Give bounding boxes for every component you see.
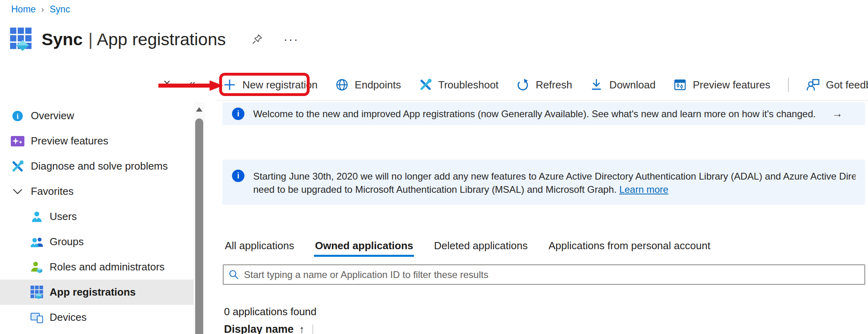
column-divider: [312, 324, 313, 334]
troubleshoot-label: Troubleshoot: [438, 79, 499, 91]
refresh-icon: [516, 78, 530, 91]
sidebar-item-label: Preview features: [31, 135, 108, 147]
preview-features-button[interactable]: Preview features: [673, 78, 770, 91]
new-registration-button[interactable]: New registration: [223, 79, 318, 91]
devices-icon: [30, 311, 43, 324]
info-icon: i: [232, 170, 244, 182]
search-input[interactable]: [244, 269, 860, 280]
got-feedback-button[interactable]: Got feedback?: [806, 78, 868, 92]
tab-deleted-applications[interactable]: Deleted applications: [433, 234, 528, 257]
sidebar-item-label: Favorites: [31, 185, 74, 198]
scroll-up-icon[interactable]: [196, 107, 202, 112]
sidebar-item-devices[interactable]: Devices: [0, 305, 194, 330]
download-label: Download: [609, 79, 656, 91]
sidebar-item-overview[interactable]: i Overview: [0, 103, 194, 128]
breadcrumb-home-link[interactable]: Home: [11, 4, 36, 15]
sidebar: i Overview Preview features Diagnose and…: [0, 103, 194, 330]
learn-more-link[interactable]: Learn more: [619, 184, 668, 195]
page-title-section: App registrations: [97, 30, 226, 49]
breadcrumb-separator-icon: ›: [41, 5, 44, 14]
adal-banner-line1: Starting June 30th, 2020 we will no long…: [253, 171, 856, 182]
page-title-separator: |: [88, 30, 93, 49]
endpoints-button[interactable]: Endpoints: [335, 78, 401, 91]
preview-features-icon: [673, 78, 687, 91]
tab-owned-applications[interactable]: Owned applications: [314, 234, 414, 257]
filter-search-box: [223, 264, 865, 285]
sort-ascending-icon: ↑: [299, 323, 304, 334]
applications-tabs: All applications Owned applications Dele…: [224, 234, 711, 257]
toolbar-rule: [216, 100, 868, 100]
refresh-button[interactable]: Refresh: [516, 78, 572, 91]
svg-text:i: i: [16, 112, 18, 120]
sidebar-item-app-registrations[interactable]: App registrations: [0, 280, 194, 305]
adal-banner-line2: need to be upgraded to Microsoft Authent…: [253, 184, 616, 195]
breadcrumb: Home › Sync: [11, 4, 70, 15]
download-button[interactable]: Download: [590, 78, 656, 91]
arrow-right-icon[interactable]: →: [832, 108, 842, 120]
welcome-banner: i Welcome to the new and improved App re…: [222, 102, 865, 125]
sidebar-item-label: Overview: [31, 110, 74, 122]
sparkles-icon: [11, 136, 24, 147]
page-header: Sync|App registrations ···: [10, 27, 299, 51]
sidebar-item-label: Devices: [50, 311, 86, 324]
page-title: Sync|App registrations: [42, 27, 226, 51]
sidebar-item-groups[interactable]: Groups: [0, 229, 194, 254]
plus-icon: [223, 79, 236, 91]
welcome-banner-text: Welcome to the new and improved App regi…: [253, 108, 816, 120]
user-icon: [30, 211, 43, 223]
chevron-down-icon: [11, 186, 24, 197]
command-bar: New registration Endpoints Troubleshoot …: [223, 74, 868, 96]
page-title-directory: Sync: [42, 30, 83, 49]
sidebar-item-roles-administrators[interactable]: Roles and administrators: [0, 254, 194, 280]
new-registration-label: New registration: [242, 79, 318, 91]
sidebar-item-label: Roles and administrators: [50, 261, 165, 273]
scrollbar-thumb[interactable]: [195, 118, 203, 334]
display-name-label: Display name: [224, 323, 294, 334]
tools-icon: [11, 160, 24, 173]
sidebar-item-users[interactable]: Users: [0, 204, 194, 229]
info-circle-icon: i: [11, 110, 24, 122]
got-feedback-label: Got feedback?: [826, 79, 868, 91]
tools-icon: [419, 78, 432, 91]
sidebar-item-preview-features[interactable]: Preview features: [0, 128, 194, 154]
app-registrations-icon: [30, 286, 43, 299]
sidebar-item-diagnose[interactable]: Diagnose and solve problems: [0, 154, 194, 179]
troubleshoot-button[interactable]: Troubleshoot: [419, 78, 499, 91]
adal-banner: i Starting June 30th, 2020 we will no lo…: [222, 160, 865, 205]
endpoints-label: Endpoints: [355, 79, 401, 91]
globe-icon: [335, 78, 349, 91]
annotation-arrow: [158, 79, 224, 92]
role-person-cube-icon: [30, 261, 43, 274]
pin-icon[interactable]: [252, 34, 263, 45]
sidebar-scrollbar[interactable]: [194, 102, 205, 334]
more-options-button[interactable]: ···: [284, 35, 299, 43]
tab-all-applications[interactable]: All applications: [224, 234, 295, 257]
tab-applications-personal-account[interactable]: Applications from personal account: [548, 234, 711, 257]
sidebar-group-favorites[interactable]: Favorites: [0, 179, 194, 204]
sidebar-item-label: Users: [50, 210, 77, 223]
search-icon: [228, 269, 239, 280]
breadcrumb-current-link[interactable]: Sync: [50, 4, 70, 15]
toolbar-divider: [788, 78, 789, 92]
info-icon: i: [232, 108, 244, 120]
preview-features-label: Preview features: [693, 79, 770, 91]
sidebar-item-label: App registrations: [50, 286, 136, 298]
tenant-grid-icon: [10, 28, 32, 51]
users-group-icon: [30, 236, 43, 248]
sidebar-item-label: Diagnose and solve problems: [31, 160, 168, 172]
results-count: 0 applications found: [224, 306, 316, 318]
download-icon: [590, 78, 603, 91]
feedback-icon: [806, 78, 820, 92]
sidebar-item-label: Groups: [50, 236, 84, 248]
refresh-label: Refresh: [536, 79, 572, 91]
display-name-column-header[interactable]: Display name ↑: [224, 323, 313, 334]
